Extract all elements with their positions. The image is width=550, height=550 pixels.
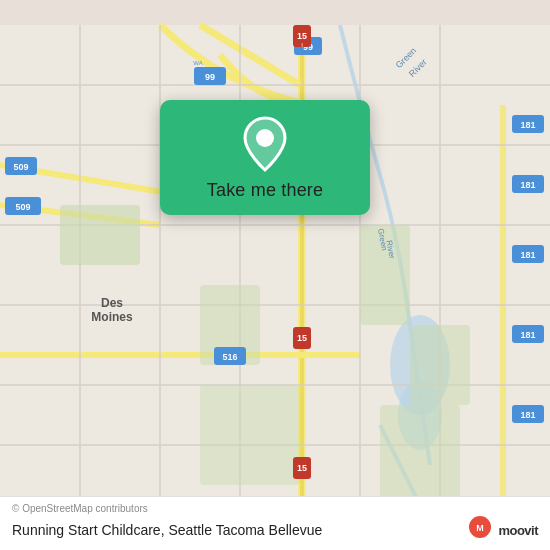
location-name: Running Start Childcare, Seattle Tacoma … [12,522,322,538]
svg-text:509: 509 [15,202,30,212]
moovit-text: moovit [498,523,538,538]
svg-text:181: 181 [520,120,535,130]
take-me-there-card[interactable]: Take me there [160,100,370,215]
svg-text:181: 181 [520,250,535,260]
location-icon-wrap [239,118,291,170]
location-pin-icon [241,116,289,172]
moovit-icon: M [466,516,494,544]
svg-point-58 [256,129,274,147]
bottom-bar: © OpenStreetMap contributors Running Sta… [0,496,550,550]
svg-text:516: 516 [222,352,237,362]
svg-text:99: 99 [205,72,215,82]
svg-rect-20 [410,325,470,405]
svg-text:Des: Des [101,296,123,310]
svg-text:WA: WA [193,60,202,66]
svg-text:15: 15 [297,463,307,473]
map-container: 99 WA 99 WA 509 509 15 I 15 15 516 181 1… [0,0,550,550]
moovit-logo[interactable]: M moovit [466,516,538,544]
take-me-there-button[interactable]: Take me there [207,180,323,201]
svg-rect-22 [380,405,460,505]
svg-text:15: 15 [297,31,307,41]
svg-text:Moines: Moines [91,310,133,324]
svg-rect-21 [200,385,300,485]
location-row: Running Start Childcare, Seattle Tacoma … [12,516,538,544]
svg-text:181: 181 [520,180,535,190]
svg-text:M: M [477,523,485,533]
svg-rect-17 [60,205,140,265]
svg-text:15: 15 [297,333,307,343]
svg-text:181: 181 [520,410,535,420]
svg-text:509: 509 [13,162,28,172]
copyright-text: © OpenStreetMap contributors [12,503,538,514]
svg-text:181: 181 [520,330,535,340]
map-background: 99 WA 99 WA 509 509 15 I 15 15 516 181 1… [0,0,550,550]
